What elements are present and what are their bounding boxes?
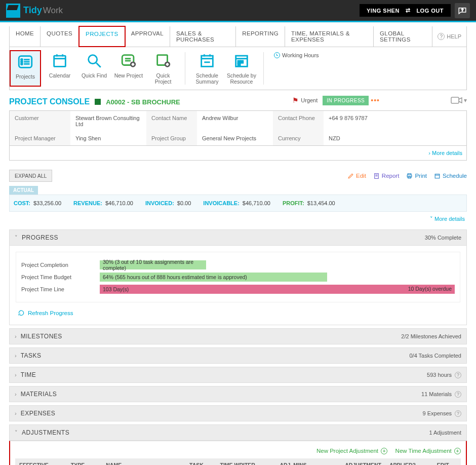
new-time-adjustment-link[interactable]: New Time Adjustment +: [395, 448, 461, 454]
plus-icon: +: [454, 448, 461, 454]
list-icon: [17, 53, 34, 70]
user-name: YING SHEN: [367, 8, 400, 14]
help-icon[interactable]: ?: [455, 410, 461, 417]
status-badge: IN PROGRESS: [323, 96, 369, 105]
working-hours[interactable]: Working Hours: [270, 50, 323, 87]
tab-global[interactable]: GLOBAL SETTINGS: [374, 26, 432, 47]
camera-icon[interactable]: [451, 96, 463, 105]
brand-1: Tidy: [23, 5, 42, 16]
logo-icon: [6, 4, 20, 18]
adjustments-table: EFFECTIVE TYPE NAME TASK TIME WRITER ADJ…: [15, 458, 461, 465]
customer-label: Customer: [10, 111, 70, 131]
flag-icon[interactable]: ⚑: [292, 96, 299, 104]
svg-point-2: [21, 59, 23, 60]
svg-point-12: [89, 55, 97, 64]
tab-home[interactable]: HOME: [10, 26, 41, 47]
plus-icon: +: [381, 448, 387, 454]
contact-phone-label: Contact Phone: [273, 111, 324, 131]
panel-adjustments[interactable]: ˅ADJUSTMENTS1 Adjustment: [9, 424, 467, 441]
tool-schedule-summary[interactable]: Schedule Summary: [191, 50, 223, 87]
adjustments-body: New Project Adjustment + New Time Adjust…: [9, 441, 467, 465]
completion-bar: 30% (3 out of 10 task assignments are co…: [100, 260, 206, 269]
chevron-down-icon: ˅: [15, 235, 18, 241]
panel-expenses[interactable]: ›EXPENSES9 Expenses?: [9, 405, 467, 421]
svg-rect-24: [202, 56, 213, 66]
svg-rect-32: [241, 61, 243, 63]
svg-rect-33: [238, 64, 240, 66]
pm-label: Project Manager: [10, 131, 70, 145]
help-chat-icon[interactable]: ?: [455, 3, 470, 18]
tool-quickfind[interactable]: Quick Find: [78, 50, 110, 87]
report-link[interactable]: Report: [373, 173, 400, 179]
project-code: A0002 - SB BROCHURE: [106, 98, 180, 106]
quick-project-icon: [154, 52, 172, 69]
chevron-down-icon: ˅: [15, 430, 18, 436]
tool-newproject[interactable]: New Project: [113, 50, 144, 87]
finance-bar: COST:$33,256.00 REVENUE:$46,710.00 INVOI…: [9, 195, 467, 212]
tool-quickproject[interactable]: Quick Project: [147, 50, 179, 87]
schedule-link[interactable]: Schedule: [434, 173, 467, 179]
pm-value: Ying Shen: [70, 131, 146, 145]
contact-name-value: Andrew Wilbur: [197, 111, 273, 131]
tab-quotes[interactable]: QUOTES: [41, 26, 79, 47]
tool-schedule-resource[interactable]: Schedule by Resource: [226, 50, 257, 87]
finance-more-link[interactable]: ˅ More details: [9, 212, 467, 226]
page-title: PROJECT CONSOLE A0002 - SB BROCHURE: [9, 97, 180, 106]
svg-rect-41: [435, 174, 440, 178]
panel-progress-body: Project Completion30% (3 out of 10 task …: [9, 246, 467, 325]
chevron-right-icon: ›: [15, 391, 17, 397]
new-project-adjustment-link[interactable]: New Project Adjustment +: [316, 448, 387, 454]
help-icon[interactable]: ?: [455, 372, 461, 378]
tab-time[interactable]: TIME, MATERIALS & EXPENSES: [285, 26, 374, 47]
chevron-right-icon: ›: [15, 372, 17, 378]
contact-phone-value: +64 9 876 9787: [324, 111, 374, 131]
print-link[interactable]: Print: [406, 173, 427, 179]
urgent-label: Urgent: [301, 97, 318, 103]
logout-link[interactable]: LOG OUT: [416, 8, 444, 14]
edit-link[interactable]: Edit: [347, 173, 366, 179]
tool-projects[interactable]: Projects: [10, 50, 41, 87]
tool-calendar[interactable]: Calendar: [44, 50, 75, 87]
svg-line-13: [96, 63, 101, 67]
pg-value: General New Projects: [197, 131, 273, 145]
svg-rect-31: [238, 61, 240, 63]
tab-approval[interactable]: APPROVAL: [125, 26, 170, 47]
refresh-progress-link[interactable]: Refresh Progress: [16, 307, 75, 319]
calendar-icon: [51, 52, 68, 69]
help-button[interactable]: ?HELP: [432, 26, 466, 47]
tab-reporting[interactable]: REPORTING: [236, 26, 285, 47]
new-project-icon: [120, 52, 137, 69]
customer-value: Stewart Brown Consulting Ltd: [70, 111, 146, 131]
clock-icon: [274, 52, 280, 58]
toolbar: Projects Calendar Quick Find New Project…: [9, 47, 467, 90]
expand-all-button[interactable]: EXPAND ALL: [9, 170, 52, 182]
user-box: YING SHEN ⇄ LOG OUT: [360, 4, 451, 17]
main-tabs: HOME QUOTES PROJECTS APPROVAL SALES & PU…: [9, 26, 467, 47]
chevron-right-icon: ›: [15, 410, 17, 416]
logo[interactable]: Tidy Work: [6, 4, 63, 18]
brand-2: Work: [43, 6, 63, 16]
chevron-down-icon[interactable]: ▾: [464, 97, 467, 104]
schedule-resource-icon: [233, 52, 250, 69]
panel-materials[interactable]: ›MATERIALS11 Materials?: [9, 386, 467, 402]
timeline-bar: 103 Day(s): [100, 285, 455, 294]
switch-icon[interactable]: ⇄: [406, 7, 411, 14]
project-info: Customer Stewart Brown Consulting Ltd Co…: [9, 110, 467, 146]
help-icon[interactable]: ?: [455, 391, 461, 398]
help-icon: ?: [438, 33, 445, 40]
panel-progress-header[interactable]: ˅ PROGRESS 30% Complete: [9, 229, 467, 246]
schedule-summary-icon: [199, 52, 216, 69]
status-square-icon: [95, 99, 101, 105]
more-details-link[interactable]: › More details: [9, 146, 467, 161]
panel-tasks[interactable]: ›TASKS0/4 Tasks Completed: [9, 347, 467, 364]
actual-tab[interactable]: ACTUAL: [9, 186, 38, 195]
tab-projects[interactable]: PROJECTS: [78, 26, 126, 47]
currency-label: Currency: [273, 131, 324, 145]
contact-name-label: Contact Name: [146, 111, 197, 131]
more-menu-icon[interactable]: •••: [371, 96, 380, 104]
panel-time[interactable]: ›TIME593 hours?: [9, 367, 467, 383]
tab-sales[interactable]: SALES & PURCHASES: [170, 26, 236, 47]
pg-label: Project Group: [146, 131, 197, 145]
svg-rect-34: [451, 97, 459, 103]
panel-milestones[interactable]: ›MILESTONES2/2 Milestones Achieved: [9, 328, 467, 344]
